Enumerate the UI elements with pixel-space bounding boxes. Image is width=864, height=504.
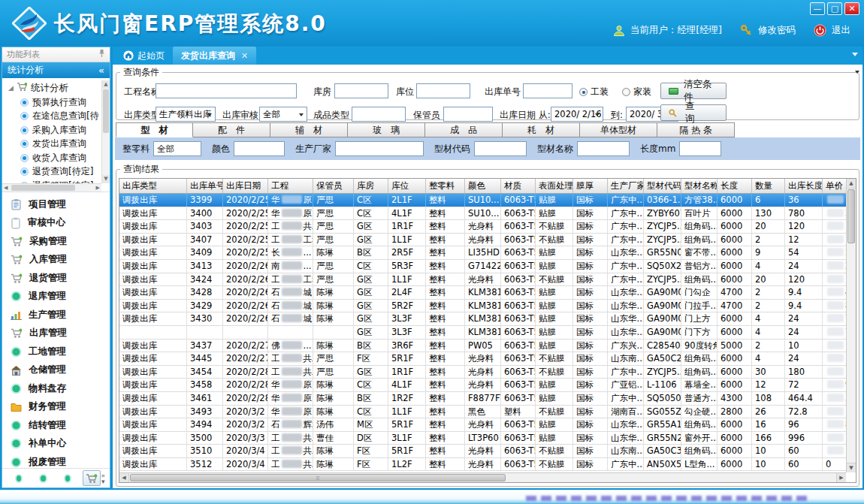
sidebar-item-生产管理[interactable]: 生产管理	[2, 306, 110, 324]
grid-vscroll-thumb[interactable]	[847, 189, 855, 243]
warehouse-input[interactable]	[334, 83, 388, 98]
table-row[interactable]: 调拨出库34942020/3/2石辉城汤伟M区5R1F整料光身料6063-T5贴…	[119, 418, 846, 432]
clear-conditions-button[interactable]: 清空条件	[660, 83, 727, 99]
close-button[interactable]: ✕	[844, 2, 859, 15]
scroll-up-icon[interactable]: ▲	[102, 80, 110, 89]
material-tab-型材[interactable]: 型 材	[116, 122, 193, 137]
grid-header-cell[interactable]: 出库单号	[187, 179, 223, 193]
module-dot-icon[interactable]	[15, 474, 23, 483]
sidebar-item-审核中心[interactable]: 审核中心	[2, 214, 110, 233]
tree-horizontal-scrollbar[interactable]: ◀ ▶	[2, 183, 101, 192]
tree-scroll-thumb[interactable]	[103, 89, 109, 133]
tree-root-stats[interactable]: ◢ 统计分析	[2, 80, 110, 95]
tree-item[interactable]: 在途信息查询[待	[2, 110, 110, 124]
sidebar-item-物料盘存[interactable]: 物料盘存	[2, 379, 110, 398]
table-row[interactable]: 调拨出库34932020/3/2华原...陈琳C区1L1F整料黑色塑料不贴膜国标…	[119, 406, 846, 419]
tree-expander-icon[interactable]: ◢	[8, 84, 14, 92]
sidebar-item-退库管理[interactable]: 退库管理	[2, 288, 110, 306]
table-row[interactable]: 调拨出库34452020/2/27工共工程严思F区5R1F整料光身料6063-T…	[119, 352, 846, 366]
sidebar-item-退货管理[interactable]: 退货管理	[2, 269, 110, 288]
grid-header-cell[interactable]: 整零料	[426, 179, 465, 193]
table-row[interactable]: 调拨出库34612020/2/28华原...陈琳B区1R2F整料F8877FT6…	[119, 392, 846, 406]
pin-icon[interactable]	[98, 49, 105, 60]
grid-header-cell[interactable]: 工程	[268, 179, 313, 193]
grid-header-cell[interactable]: 膜厚	[573, 179, 608, 193]
tree-item[interactable]: 退货查询[待定]	[2, 165, 110, 180]
length-input[interactable]	[679, 141, 721, 156]
material-tab-玻璃[interactable]: 玻 璃	[348, 122, 425, 137]
radio-icon[interactable]	[622, 88, 630, 96]
tab-发货出库查询[interactable]: 发货出库查询✕	[173, 47, 256, 65]
grid-header-cell[interactable]: 型材代码	[644, 179, 681, 193]
table-row[interactable]: 调拨出库34002020/2/25华原...严思C区4L1F整料SU10...6…	[119, 207, 846, 221]
product-type-input[interactable]	[352, 107, 406, 122]
order-no-input[interactable]	[523, 83, 572, 98]
material-tab-耗材[interactable]: 耗 材	[503, 122, 580, 137]
sidebar-item-采购管理[interactable]: 采购管理	[2, 232, 110, 251]
table-row[interactable]: 调拨出库34072020/2/25工工程严思G区1L1F整料光身料6063-T5…	[119, 234, 846, 247]
grid-header-cell[interactable]: 库位	[388, 179, 426, 193]
tree-item[interactable]: 预算执行查询	[2, 95, 110, 110]
change-password-link[interactable]: 修改密码	[758, 24, 796, 37]
search-button[interactable]: 查 询	[660, 104, 727, 121]
scroll-right-icon[interactable]: ▶	[96, 184, 100, 192]
collapse-icon[interactable]: «	[98, 65, 104, 76]
scroll-up-icon[interactable]: ▲	[847, 179, 856, 189]
sidebar-item-财务管理[interactable]: 财务管理	[2, 398, 110, 417]
grid-header-cell[interactable]: 材质	[501, 179, 536, 193]
grid-horizontal-scrollbar[interactable]: ◀ ▶	[119, 472, 846, 482]
grid-vertical-scrollbar[interactable]: ▲ ▼	[846, 179, 856, 472]
sidebar-item-入库管理[interactable]: 入库管理	[2, 251, 110, 270]
table-row[interactable]: 调拨出库34242020/2/26工工程严思G区1L1F整料光身料6063-T5…	[119, 273, 846, 287]
whole-part-select[interactable]: 全部	[153, 141, 201, 156]
scroll-right-icon[interactable]: ▶	[836, 473, 846, 483]
material-tab-单体型材[interactable]: 单体型材	[580, 122, 657, 137]
sidebar-item-项目管理[interactable]: 项目管理	[2, 195, 110, 214]
sidebar-item-报废管理[interactable]: 报废管理	[2, 453, 110, 468]
grid-header-cell[interactable]: 型材名称	[681, 179, 717, 193]
grid-header-cell[interactable]: 表面处理	[536, 179, 573, 193]
grid-header-cell[interactable]: 出库长度	[785, 179, 823, 193]
material-tab-配件[interactable]: 配 件	[193, 122, 270, 137]
table-row[interactable]: 调拨出库35102020/3/4工共工程陈琳F区5R1F整料光身料6063-T5…	[119, 445, 846, 458]
table-row[interactable]: 调拨出库34372020/2/27佛...陈琳B区3R6F整料PW056063-…	[119, 340, 846, 353]
module-dot-icon[interactable]	[39, 474, 47, 483]
table-row[interactable]: G区3L3F整料KLM38176063-T5贴膜国标山东华...GA90M09.…	[119, 326, 846, 340]
table-row[interactable]: 调拨出库34132020/2/26南...严思C区5R3F整料G71422606…	[119, 260, 846, 273]
logout-link[interactable]: 退出	[832, 24, 850, 37]
sidebar-item-结转管理[interactable]: 结转管理	[2, 416, 110, 435]
tree-item[interactable]: 发货出库查询	[2, 137, 110, 152]
profile-name-input[interactable]	[577, 141, 630, 156]
minimize-button[interactable]: —	[810, 2, 825, 15]
profile-code-input[interactable]	[474, 141, 527, 156]
maximize-button[interactable]: ▢	[827, 2, 842, 15]
grid-header-cell[interactable]: 数量	[752, 179, 785, 193]
keeper-input[interactable]	[443, 107, 493, 122]
table-row[interactable]: 调拨出库34092020/2/25长...陈琳B区2R5F整料LI35HD606…	[119, 246, 846, 260]
sidebar-item-出库管理[interactable]: 出库管理	[2, 324, 110, 343]
table-row[interactable]: 调拨出库34542020/2/28工共工程严思G区1R1F整料光身料6063-T…	[119, 366, 846, 379]
grid-header-cell[interactable]: 出库类型	[119, 179, 187, 193]
material-tab-成品[interactable]: 成 品	[425, 122, 503, 137]
tree-item[interactable]: 收货入库查询	[2, 151, 110, 165]
tab-起始页[interactable]: 起始页	[115, 47, 173, 65]
table-row[interactable]: 调拨出库34292020/2/26石城陈琳G区5R2F整料KLM38176063…	[119, 300, 846, 313]
sidebar-item-仓储管理[interactable]: 仓储管理	[2, 361, 110, 380]
maker-input[interactable]	[335, 141, 424, 156]
cart-module-button[interactable]	[83, 470, 101, 486]
overflow-chevron-icon[interactable]: »▾	[101, 472, 105, 484]
tab-close-icon[interactable]: ✕	[241, 51, 248, 61]
table-row[interactable]: 调拨出库34282020/2/26石城陈琳G区2L4F整料KLM38176063…	[119, 286, 846, 300]
sidebar-item-工地管理[interactable]: 工地管理	[2, 343, 110, 361]
grid-header-cell[interactable]: 保管员	[313, 179, 354, 193]
grid-header-cell[interactable]: 生产厂家	[608, 179, 644, 193]
table-row[interactable]: 调拨出库34582020/2/28华原...陈琳C区4L1F整料光身料6063-…	[119, 379, 846, 392]
audit-select[interactable]: 全部	[259, 107, 307, 122]
out-type-select[interactable]: 生产领料出库	[156, 107, 216, 122]
tree-hscroll-thumb[interactable]	[11, 185, 75, 191]
grid-header-cell[interactable]: 库房	[354, 179, 388, 193]
module-dot-icon[interactable]	[64, 474, 71, 483]
section-header-stats[interactable]: 统计分析 «	[2, 62, 110, 78]
table-row[interactable]: 调拨出库35122020/3/4工共工程陈琳F区1L2F整料光身料6063-T5…	[119, 458, 846, 472]
grid-header-cell[interactable]: 颜色	[465, 179, 501, 193]
